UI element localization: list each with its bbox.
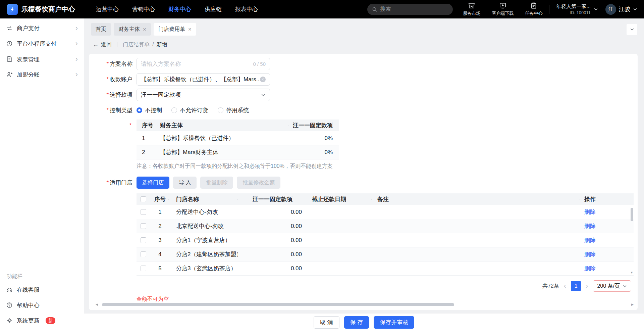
user-menu[interactable]: 汪 汪骏 bbox=[605, 4, 637, 15]
plan-name-label: *方案名称 bbox=[89, 60, 132, 68]
chevron-right-icon: › bbox=[75, 25, 78, 32]
nav-marketing[interactable]: 营销中心 bbox=[132, 5, 155, 13]
sidebar-item-label: 加盟分账 bbox=[17, 71, 40, 79]
pagination: 共72条 ‹ 1 › 200 条/页 bbox=[89, 280, 631, 292]
sidebar-item-label: 在线客服 bbox=[17, 286, 40, 294]
row-checkbox[interactable] bbox=[141, 209, 146, 215]
tab-home[interactable]: 首页 bbox=[91, 23, 111, 36]
tab-store-expense[interactable]: 门店费用单 × bbox=[154, 23, 196, 36]
chevron-down-icon bbox=[630, 27, 634, 32]
radio-disable-system[interactable]: 停用系统 bbox=[218, 106, 249, 114]
select-all-checkbox[interactable] bbox=[141, 196, 146, 202]
select-stores-button[interactable]: 选择门店 bbox=[137, 177, 169, 189]
logo[interactable]: 乐檬餐饮商户中心 bbox=[7, 4, 75, 15]
client-download-button[interactable]: 客户端下载 bbox=[492, 2, 514, 16]
breadcrumb: ← 返回 门店结算单 / 新增 bbox=[93, 40, 637, 49]
cancel-button[interactable]: 取 消 bbox=[314, 316, 339, 329]
tab-finance-entity[interactable]: 财务主体 × bbox=[114, 23, 151, 36]
row-checkbox[interactable] bbox=[141, 237, 146, 243]
task-center-button[interactable]: 任务中心 bbox=[525, 2, 542, 16]
scrollbar-track[interactable] bbox=[99, 303, 630, 306]
close-icon[interactable]: × bbox=[188, 27, 192, 32]
delete-link[interactable]: 删除 bbox=[584, 251, 596, 257]
person-plus-icon bbox=[6, 71, 13, 78]
store-name: 分配送中心-勿改 bbox=[169, 208, 238, 216]
plan-name-input[interactable]: 请输入方案名称 0 / 50 bbox=[137, 58, 270, 70]
sidebar-item-miniapp-pay[interactable]: 平台小程序支付 › bbox=[0, 36, 84, 51]
sidebar-item-label: 帮助中心 bbox=[17, 301, 40, 309]
form-card: *方案名称 请输入方案名称 0 / 50 *收款账户 【总部】乐檬餐饮（已进件）… bbox=[89, 54, 638, 310]
row-checkbox[interactable] bbox=[141, 266, 146, 271]
row-checkbox[interactable] bbox=[141, 223, 146, 229]
merchant-switcher[interactable]: 年轻人第一家... ID: 100011 bbox=[556, 3, 598, 15]
tabs: 首页 财务主体 × 门店费用单 × bbox=[91, 23, 196, 36]
client-download-icon bbox=[499, 2, 506, 9]
required-mark: * bbox=[129, 122, 131, 129]
sidebar-item-franchise-split[interactable]: 加盟分账 › bbox=[0, 67, 84, 82]
nav-reports[interactable]: 报表中心 bbox=[235, 5, 258, 13]
save-button[interactable]: 保 存 bbox=[344, 316, 369, 329]
delete-link[interactable]: 删除 bbox=[584, 209, 596, 215]
back-button[interactable]: ← 返回 bbox=[93, 41, 112, 48]
amount-cell[interactable]: 0.00 bbox=[238, 209, 307, 216]
search-input[interactable]: 搜索 bbox=[367, 4, 453, 15]
store-table-header: 序号 门店名称 汪一一固定款项 截止还款日期 备注 操作 bbox=[137, 193, 634, 205]
service-market-button[interactable]: 服务市场 bbox=[463, 2, 480, 16]
topbar: 乐檬餐饮商户中心 运营中心 营销中心 财务中心 供应链 报表中心 搜索 服务市场… bbox=[0, 0, 644, 18]
sidebar-item-help-center[interactable]: 帮助中心 bbox=[0, 297, 84, 313]
char-counter: 0 / 50 bbox=[253, 61, 266, 67]
select-all-cell bbox=[137, 196, 151, 202]
amount-cell[interactable]: 0.00 bbox=[238, 251, 307, 258]
batch-edit-amount-button[interactable]: 批量修改金额 bbox=[237, 177, 280, 189]
user-name: 汪骏 bbox=[619, 5, 630, 13]
scroll-left-icon[interactable]: ◀ bbox=[96, 303, 98, 306]
page-number[interactable]: 1 bbox=[571, 281, 581, 291]
sidebar-item-system-update[interactable]: 系统更新 新 bbox=[0, 313, 84, 328]
save-and-audit-button[interactable]: 保存并审核 bbox=[374, 316, 414, 329]
batch-delete-button[interactable]: 批量删除 bbox=[200, 177, 233, 189]
invoice-document-icon bbox=[6, 56, 13, 62]
radio-no-ordering[interactable]: 不允许订货 bbox=[171, 106, 208, 114]
column-header: 备注 bbox=[372, 195, 580, 203]
clear-icon[interactable]: × bbox=[260, 77, 266, 82]
amount-cell[interactable]: 0.00 bbox=[238, 237, 307, 244]
page-size-select[interactable]: 200 条/页 bbox=[593, 280, 631, 292]
sidebar-item-merchant-pay[interactable]: 商户支付 › bbox=[0, 20, 84, 36]
radio-no-control[interactable]: 不控制 bbox=[137, 106, 162, 114]
amount-cell[interactable]: 0.00 bbox=[238, 265, 307, 272]
sidebar-item-invoice[interactable]: 发票管理 › bbox=[0, 51, 84, 67]
delete-link[interactable]: 删除 bbox=[584, 265, 596, 272]
percent-value[interactable]: 0% bbox=[288, 149, 339, 156]
row-checkbox[interactable] bbox=[141, 251, 146, 257]
account-value: 【总部】乐檬餐饮（已进件）、【总部】Mars... bbox=[141, 76, 260, 83]
delete-link[interactable]: 删除 bbox=[584, 237, 596, 243]
next-page-button[interactable]: › bbox=[585, 282, 589, 290]
account-select[interactable]: 【总部】乐檬餐饮（已进件）、【总部】Mars... × bbox=[137, 73, 270, 86]
nav-operations[interactable]: 运营中心 bbox=[96, 5, 119, 13]
sidebar-item-online-support[interactable]: 在线客服 bbox=[0, 282, 84, 297]
nav-supply-chain[interactable]: 供应链 bbox=[205, 5, 222, 13]
search-placeholder: 搜索 bbox=[380, 6, 391, 13]
breadcrumb-divider bbox=[117, 42, 117, 47]
scroll-right-icon[interactable]: ▶ bbox=[631, 303, 634, 306]
amount-cell[interactable]: 0.00 bbox=[238, 223, 307, 230]
vertical-scrollbar[interactable] bbox=[631, 208, 633, 221]
payment-item-select[interactable]: 汪一一固定款项 bbox=[137, 89, 270, 101]
nav-finance[interactable]: 财务中心 bbox=[168, 5, 191, 13]
column-header: 操作 bbox=[580, 195, 634, 203]
topbar-divider bbox=[549, 5, 549, 14]
scroll-down-icon[interactable]: ▼ bbox=[630, 271, 633, 274]
tabs-collapse-button[interactable] bbox=[627, 24, 637, 35]
column-header: 财务主体 bbox=[158, 122, 288, 129]
import-button[interactable]: 导 入 bbox=[173, 177, 197, 189]
form-row-account: *收款账户 【总部】乐檬餐饮（已进件）、【总部】Mars... × bbox=[89, 73, 638, 86]
prev-page-button[interactable]: ‹ bbox=[563, 282, 567, 290]
footer-action-bar: 取 消 保 存 保存并审核 bbox=[84, 314, 644, 331]
task-center-icon bbox=[530, 2, 537, 9]
percent-value[interactable]: 0% bbox=[288, 135, 339, 142]
scrollbar-thumb[interactable] bbox=[102, 303, 454, 306]
headset-icon bbox=[6, 286, 13, 293]
close-icon[interactable]: × bbox=[143, 27, 146, 32]
delete-link[interactable]: 删除 bbox=[584, 223, 596, 229]
breadcrumb-parent[interactable]: 门店结算单 bbox=[123, 41, 150, 48]
